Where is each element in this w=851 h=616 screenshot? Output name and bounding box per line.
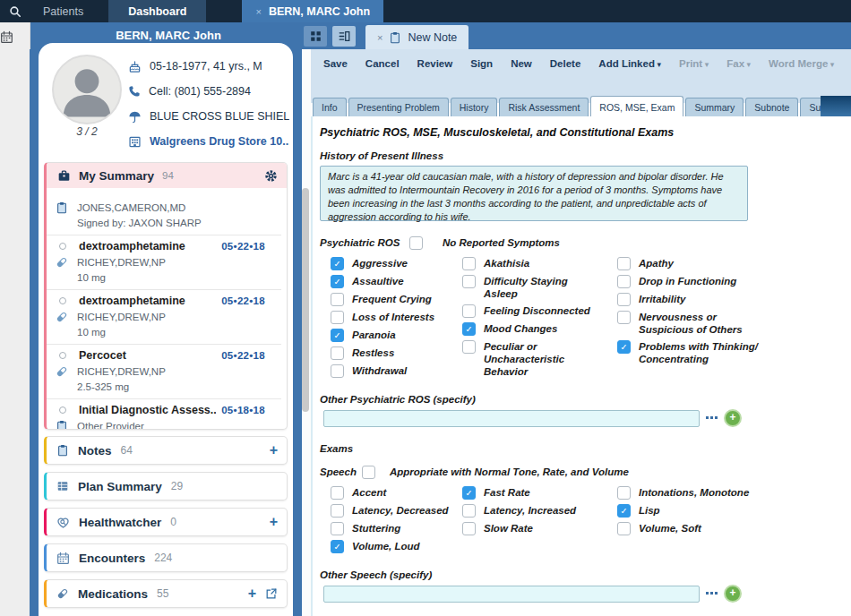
speech-item-latency-decreased[interactable]: Latency, Decreased [331,503,462,518]
checkbox[interactable] [462,522,476,535]
sidebar-section-plan-summary[interactable]: Plan Summary29 [44,472,288,500]
checkbox[interactable] [462,304,476,318]
more-options-icon[interactable] [706,592,718,595]
checkbox[interactable] [462,486,476,500]
checkbox[interactable] [331,364,344,378]
checkbox[interactable] [331,522,344,535]
checkbox[interactable] [617,293,631,306]
toolbar-new-button[interactable]: New [502,58,541,69]
tab-history[interactable]: History [451,98,498,116]
checkbox[interactable] [331,486,344,500]
checkbox[interactable] [331,257,344,270]
speech-item-latency-increased[interactable]: Latency, Increased [462,503,617,518]
ros-item-paranoia[interactable]: Paranoia [331,328,462,342]
speech-item-fast-rate[interactable]: Fast Rate [462,485,617,500]
sidebar-section-healthwatcher[interactable]: Healthwatcher0+ [44,508,288,536]
patient-tab[interactable]: × BERN, MARC John [242,0,383,22]
checkbox[interactable] [617,275,631,288]
speech-normal-checkbox[interactable] [362,466,375,479]
checkbox[interactable] [462,340,476,354]
more-options-icon[interactable] [706,416,718,420]
speech-item-lisp[interactable]: Lisp [617,503,848,518]
summary-entry[interactable]: JONES,CAMERON,MDSigned by: JAXON SHARP [47,193,281,235]
speech-item-slow-rate[interactable]: Slow Rate [462,521,617,535]
summary-entry[interactable]: Initial Diagnostic Assess...05•18•18Othe… [47,398,281,430]
nav-patients[interactable]: Patients [30,0,96,22]
search-icon[interactable] [0,0,30,22]
tab-ros-mse-exam[interactable]: ROS, MSE, Exam [590,96,683,116]
summary-entry[interactable]: Percocet05•22•18RICHEY,DREW,NP2.5-325 mg [47,344,281,398]
checkbox[interactable] [462,257,476,270]
info-row-pharmacy[interactable]: Walgreens Drug Store 10... [128,129,289,154]
ros-item-nervousness-or-suspicious-of-others[interactable]: Nervousness or Suspicious of Others [617,310,848,336]
checkbox[interactable] [617,504,631,518]
checkbox[interactable] [462,322,476,336]
ros-item-aggressive[interactable]: Aggressive [331,256,462,270]
add-icon[interactable]: + [270,443,278,458]
nav-dashboard[interactable]: Dashboard [108,0,206,22]
speech-item-accent[interactable]: Accent [331,485,462,500]
checkbox[interactable] [331,311,344,324]
checkbox[interactable] [331,540,344,553]
no-reported-symptoms-checkbox[interactable] [409,236,423,250]
sidebar-scrollbar[interactable] [302,188,309,412]
checkbox[interactable] [617,340,631,354]
my-summary-header[interactable]: My Summary 94 [47,163,287,188]
ros-item-feeling-disconnected[interactable]: Feeling Disconnected [462,304,617,318]
checkbox[interactable] [462,275,476,288]
tab-info[interactable]: Info [313,98,347,116]
checkbox[interactable] [331,329,344,342]
ros-item-loss-of-interests[interactable]: Loss of Interests [331,310,462,324]
checkbox[interactable] [331,293,344,306]
toolbar-review-button[interactable]: Review [408,58,462,69]
close-icon[interactable]: × [255,6,261,17]
toolbar-add-linked-button[interactable]: Add Linked [589,58,670,69]
ros-item-irritability[interactable]: Irritability [617,292,848,306]
checkbox[interactable] [462,504,476,518]
ros-item-problems-with-thinking-concentrating[interactable]: Problems with Thinking/ Concentrating [617,339,848,365]
patient-photo[interactable] [52,55,122,124]
calendar-icon[interactable] [0,30,30,44]
sidebar-section-medications[interactable]: Medications55+ [44,579,288,608]
checkbox[interactable] [617,257,631,270]
add-entry-icon[interactable]: + [724,409,742,427]
tab-summary[interactable]: Summary [685,98,744,116]
add-entry-icon[interactable]: + [724,585,742,603]
speech-item-intonations-monotone[interactable]: Intonations, Monotone [617,485,848,500]
ros-item-withdrawal[interactable]: Withdrawal [331,364,462,378]
gear-icon[interactable] [264,169,278,183]
ros-item-akathisia[interactable]: Akathisia [462,256,617,270]
summary-entry[interactable]: dextroamphetamine05•22•18RICHEY,DREW,NP1… [47,289,281,344]
ros-item-apathy[interactable]: Apathy [617,256,848,270]
ros-item-difficulty-staying-asleep[interactable]: Difficulty Staying Asleep [462,274,617,300]
checkbox[interactable] [617,522,631,535]
grid-view-button[interactable] [304,26,327,47]
other-speech-input[interactable] [323,586,700,603]
popout-icon[interactable] [265,587,278,600]
tab-subnote-6[interactable]: Subnote [745,98,798,116]
checkbox[interactable] [617,486,631,500]
tab-presenting-problem[interactable]: Presenting Problem [348,98,449,116]
speech-item-stuttering[interactable]: Stuttering [331,521,462,535]
speech-item-volume-loud[interactable]: Volume, Loud [331,539,462,553]
toolbar-delete-button[interactable]: Delete [541,58,590,69]
add-icon[interactable]: + [270,515,278,529]
checkbox[interactable] [331,346,344,360]
close-icon[interactable]: × [377,32,383,43]
toolbar-sign-button[interactable]: Sign [461,58,502,69]
ros-item-restless[interactable]: Restless [331,346,462,360]
summary-entry[interactable]: dextroamphetamine05•22•18RICHEY,DREW,NP1… [47,235,281,289]
speech-item-volume-soft[interactable]: Volume, Soft [617,521,848,535]
ros-item-mood-changes[interactable]: Mood Changes [462,321,617,336]
ros-item-drop-in-functioning[interactable]: Drop in Functioning [617,274,848,288]
hpi-textarea[interactable]: Marc is a 41-year old caucasian male, wi… [320,166,748,221]
tab-risk-assessment[interactable]: Risk Assessment [499,98,589,116]
toolbar-save-button[interactable]: Save [314,58,357,69]
sidebar-section-notes[interactable]: Notes64+ [44,436,288,465]
new-note-tab[interactable]: × New Note [365,25,468,49]
checkbox[interactable] [331,504,344,518]
ros-item-peculiar-or-uncharacteristic-behavior[interactable]: Peculiar or Uncharacteristic Behavior [462,339,617,378]
ros-item-assaultive[interactable]: Assaultive [331,274,462,288]
add-icon[interactable]: + [248,586,256,601]
checkbox[interactable] [617,311,631,324]
